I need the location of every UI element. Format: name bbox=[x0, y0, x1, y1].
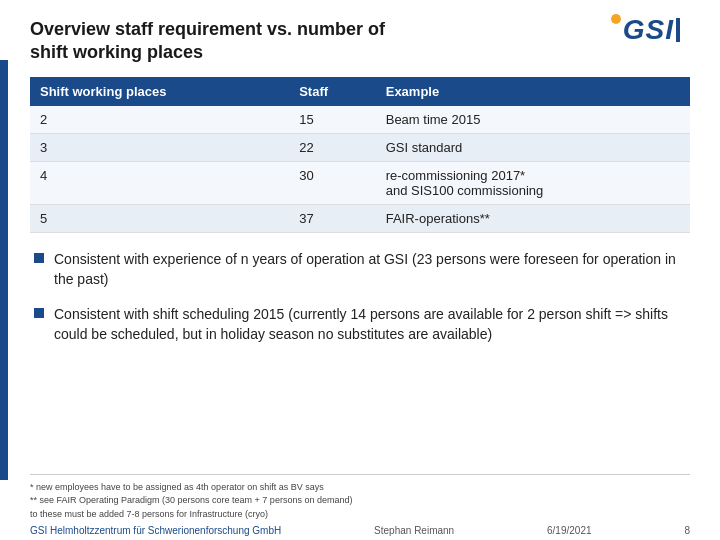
title-line1: Overview staff requirement vs. number of bbox=[30, 19, 385, 39]
footer-date: 6/19/2021 bbox=[547, 525, 592, 536]
logo-s: S bbox=[646, 14, 664, 46]
logo-g: G bbox=[623, 14, 644, 46]
footnote-line: to these must be added 7-8 persons for I… bbox=[30, 508, 690, 522]
bullet-square-2 bbox=[34, 308, 44, 318]
table-cell-1-0: 3 bbox=[30, 134, 289, 162]
table-cell-2-1: 30 bbox=[289, 162, 376, 205]
col-shift-working-places: Shift working places bbox=[30, 77, 289, 106]
svg-rect-0 bbox=[676, 18, 680, 42]
page-title: Overview staff requirement vs. number of… bbox=[30, 18, 385, 63]
title-line2: shift working places bbox=[30, 42, 203, 62]
logo-i: I bbox=[665, 14, 672, 46]
table-row: 430re-commissioning 2017*and SIS100 comm… bbox=[30, 162, 690, 205]
table-cell-1-2: GSI standard bbox=[376, 134, 690, 162]
bullet-list: Consistent with experience of n years of… bbox=[30, 249, 690, 358]
bullet-square-1 bbox=[34, 253, 44, 263]
footnote-line: ** see FAIR Operating Paradigm (30 perso… bbox=[30, 494, 690, 508]
col-staff: Staff bbox=[289, 77, 376, 106]
table-header-row: Shift working places Staff Example bbox=[30, 77, 690, 106]
bullet-text-1: Consistent with experience of n years of… bbox=[54, 249, 690, 290]
table-row: 537FAIR-operations** bbox=[30, 205, 690, 233]
page-header: Overview staff requirement vs. number of… bbox=[30, 18, 690, 63]
table-cell-0-0: 2 bbox=[30, 106, 289, 134]
left-accent-bar bbox=[0, 60, 8, 480]
table-cell-2-0: 4 bbox=[30, 162, 289, 205]
gsi-logo: G S I bbox=[609, 14, 690, 46]
footer-org: GSI Helmholtzzentrum für Schwerionenfors… bbox=[30, 525, 281, 536]
table-cell-3-0: 5 bbox=[30, 205, 289, 233]
table-cell-1-1: 22 bbox=[289, 134, 376, 162]
col-example: Example bbox=[376, 77, 690, 106]
table-cell-3-1: 37 bbox=[289, 205, 376, 233]
bullet-item-1: Consistent with experience of n years of… bbox=[34, 249, 690, 290]
logo-bar-icon bbox=[674, 14, 690, 46]
page-footer: * new employees have to be assigned as 4… bbox=[30, 474, 690, 541]
footnotes: * new employees have to be assigned as 4… bbox=[30, 481, 690, 522]
table-cell-3-2: FAIR-operations** bbox=[376, 205, 690, 233]
table-row: 215Beam time 2015 bbox=[30, 106, 690, 134]
footer-presenter: Stephan Reimann bbox=[374, 525, 454, 536]
table-cell-0-1: 15 bbox=[289, 106, 376, 134]
staff-table: Shift working places Staff Example 215Be… bbox=[30, 77, 690, 233]
table-cell-0-2: Beam time 2015 bbox=[376, 106, 690, 134]
bullet-text-2: Consistent with shift scheduling 2015 (c… bbox=[54, 304, 690, 345]
table-row: 322GSI standard bbox=[30, 134, 690, 162]
footer-page: 8 bbox=[684, 525, 690, 536]
footer-bar: GSI Helmholtzzentrum für Schwerionenfors… bbox=[30, 525, 690, 536]
table-cell-2-2: re-commissioning 2017*and SIS100 commiss… bbox=[376, 162, 690, 205]
title-block: Overview staff requirement vs. number of… bbox=[30, 18, 385, 63]
logo-dot bbox=[611, 14, 621, 24]
footnote-line: * new employees have to be assigned as 4… bbox=[30, 481, 690, 495]
bullet-item-2: Consistent with shift scheduling 2015 (c… bbox=[34, 304, 690, 345]
